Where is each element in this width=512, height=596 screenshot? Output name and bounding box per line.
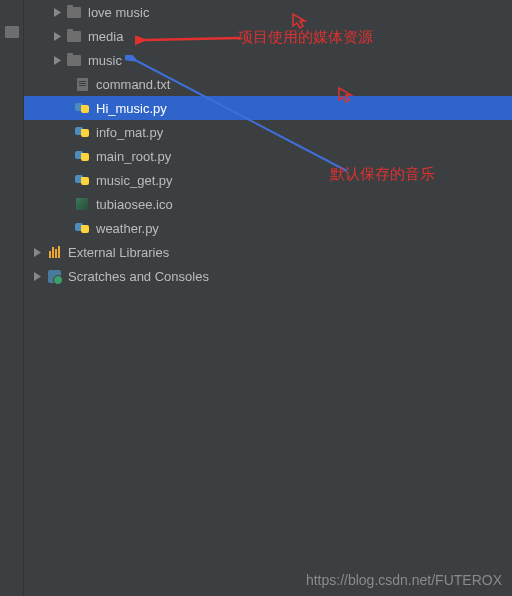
scratches-icon — [46, 268, 62, 284]
ico-file-icon — [74, 196, 90, 212]
annotation-arrow-blue — [125, 55, 355, 177]
folder-icon — [66, 52, 82, 68]
svg-line-6 — [145, 38, 240, 40]
tree-file-weather[interactable]: weather.py — [24, 216, 512, 240]
tree-file-tubiaosee[interactable]: tubiaosee.ico — [24, 192, 512, 216]
tree-item-label: music — [88, 53, 122, 68]
python-file-icon — [74, 172, 90, 188]
svg-marker-2 — [54, 56, 61, 65]
svg-line-8 — [137, 61, 347, 171]
tree-item-label: media — [88, 29, 123, 44]
python-file-icon — [74, 100, 90, 116]
chevron-right-icon[interactable] — [52, 55, 62, 65]
svg-marker-1 — [54, 32, 61, 41]
annotation-arrow-red — [135, 30, 245, 48]
tree-item-label: weather.py — [96, 221, 159, 236]
annotation-text-media: 项目使用的媒体资源 — [238, 28, 373, 47]
chevron-right-icon[interactable] — [52, 31, 62, 41]
libraries-icon — [46, 244, 62, 260]
python-file-icon — [74, 220, 90, 236]
folder-icon — [66, 28, 82, 44]
tree-item-label: tubiaosee.ico — [96, 197, 173, 212]
annotation-text-music: 默认保存的音乐 — [330, 165, 435, 184]
chevron-right-icon[interactable] — [32, 271, 42, 281]
python-file-icon — [74, 148, 90, 164]
watermark: https://blog.csdn.net/FUTEROX — [306, 572, 502, 588]
gutter — [0, 0, 24, 596]
svg-marker-4 — [34, 272, 41, 281]
tree-folder-love-music[interactable]: love music — [24, 0, 512, 24]
svg-marker-0 — [54, 8, 61, 17]
folder-icon — [66, 4, 82, 20]
tree-external-libraries[interactable]: External Libraries — [24, 240, 512, 264]
tree-item-label: love music — [88, 5, 149, 20]
tree-item-label: Scratches and Consoles — [68, 269, 209, 284]
python-file-icon — [74, 124, 90, 140]
tree-item-label: External Libraries — [68, 245, 169, 260]
chevron-right-icon[interactable] — [52, 7, 62, 17]
chevron-right-icon[interactable] — [32, 247, 42, 257]
tree-scratches[interactable]: Scratches and Consoles — [24, 264, 512, 288]
text-file-icon — [74, 76, 90, 92]
gutter-folder-icon — [5, 26, 19, 38]
svg-marker-3 — [34, 248, 41, 257]
